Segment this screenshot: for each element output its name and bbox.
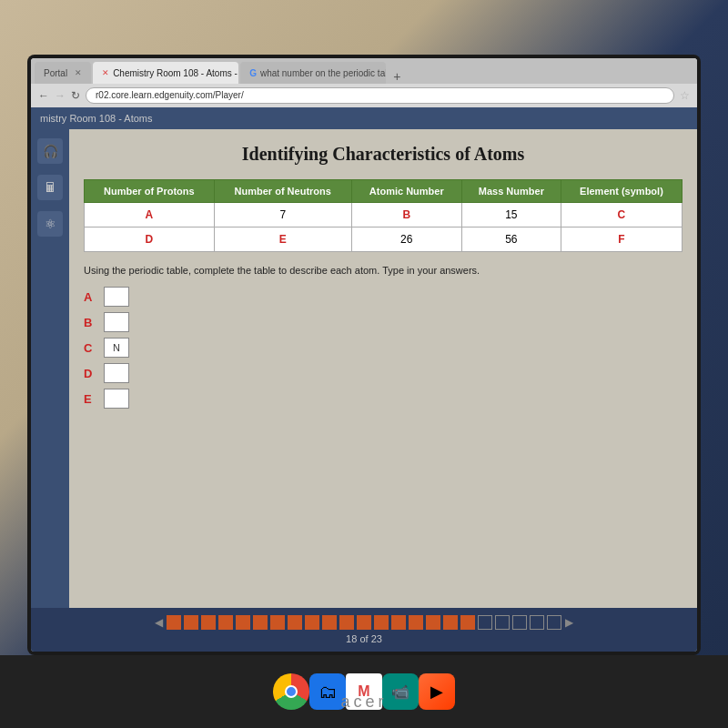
answer-input-a[interactable] xyxy=(104,287,129,307)
tab-google-g-icon: G xyxy=(249,68,257,78)
progress-square[interactable] xyxy=(512,615,527,630)
row2-atomic: 26 xyxy=(351,228,461,252)
progress-square[interactable] xyxy=(547,615,561,630)
tab-chemistry-x-icon: ✕ xyxy=(102,68,109,77)
new-tab-button[interactable]: + xyxy=(388,69,406,84)
page-content: mistry Room 108 - Atoms 🎧 🖩 ⚛ Identifyin… xyxy=(31,107,697,652)
answer-row-b: B xyxy=(84,312,682,332)
answer-label-b: B xyxy=(84,316,96,329)
answer-row-e: E xyxy=(84,389,682,409)
row2-mass: 56 xyxy=(461,228,561,252)
back-icon[interactable]: ← xyxy=(38,89,49,102)
row2-element: F xyxy=(561,228,682,252)
answer-row-a: A xyxy=(84,287,682,307)
row1-element: C xyxy=(561,203,682,228)
answer-label-d: D xyxy=(84,367,96,380)
row1-protons: A xyxy=(85,203,215,228)
progress-area: ◀ xyxy=(31,608,697,652)
progress-next-button[interactable]: ▶ xyxy=(565,616,573,629)
answer-input-b[interactable] xyxy=(104,312,129,332)
breadcrumb: mistry Room 108 - Atoms xyxy=(40,113,152,124)
row2-neutrons: E xyxy=(214,228,351,252)
row2-protons: D xyxy=(85,228,215,252)
taskbar-meet-icon[interactable]: 📹 xyxy=(382,673,419,710)
sidebar-headphone-icon[interactable]: 🎧 xyxy=(37,138,63,164)
tab-google[interactable]: G what number on the periodic tab ✕ xyxy=(240,62,386,84)
atoms-table: Number of Protons Number of Neutrons Ato… xyxy=(84,179,682,252)
progress-label: 18 of 23 xyxy=(38,633,690,644)
answer-label-c: C xyxy=(84,341,96,355)
tab-chemistry-label: Chemistry Room 108 - Atoms - E xyxy=(113,68,238,78)
col-protons: Number of Protons xyxy=(85,180,215,203)
tab-portal[interactable]: Portal ✕ xyxy=(35,62,91,84)
taskbar-files-icon[interactable]: 🗂 xyxy=(309,673,346,710)
browser-chrome: Portal ✕ ✕ Chemistry Room 108 - Atoms - … xyxy=(31,58,697,107)
bookmark-icon[interactable]: ☆ xyxy=(680,89,690,102)
reload-icon[interactable]: ↻ xyxy=(71,89,80,102)
taskbar-gmail-icon[interactable]: M xyxy=(346,673,382,710)
progress-square[interactable] xyxy=(184,615,198,630)
progress-square[interactable] xyxy=(426,615,440,630)
progress-prev-button[interactable]: ◀ xyxy=(155,616,163,629)
tab-chemistry[interactable]: ✕ Chemistry Room 108 - Atoms - E ✕ xyxy=(93,62,238,84)
answer-label-e: E xyxy=(84,392,96,406)
tab-google-label: what number on the periodic tab xyxy=(260,68,386,78)
forward-icon[interactable]: → xyxy=(55,89,66,102)
answer-input-d[interactable] xyxy=(104,363,129,383)
progress-square[interactable] xyxy=(495,615,510,630)
answer-input-e[interactable] xyxy=(104,389,129,409)
answer-row-c: C xyxy=(84,338,682,358)
progress-square[interactable] xyxy=(305,615,319,630)
progress-square[interactable] xyxy=(288,615,302,630)
taskbar-play-icon[interactable]: ▶ xyxy=(419,673,455,710)
edgenuity-topbar: mistry Room 108 - Atoms xyxy=(31,107,697,129)
progress-square[interactable] xyxy=(478,615,492,630)
col-atomic: Atomic Number xyxy=(351,180,461,203)
answer-row-d: D xyxy=(84,363,682,383)
progress-square-current[interactable] xyxy=(460,615,475,630)
col-element: Element (symbol) xyxy=(561,180,682,203)
chrome-inner-icon xyxy=(285,685,298,698)
progress-bar-container: ◀ xyxy=(38,615,690,630)
row1-atomic: B xyxy=(351,203,461,228)
laptop-bottom-bezel: 🗂 M 📹 ▶ xyxy=(0,655,728,728)
col-mass: Mass Number xyxy=(461,180,561,203)
progress-square[interactable] xyxy=(167,615,181,630)
progress-square[interactable] xyxy=(236,615,250,630)
lesson-title: Identifying Characteristics of Atoms xyxy=(84,144,682,165)
main-panel: Identifying Characteristics of Atoms Num… xyxy=(69,129,697,608)
table-row: D E 26 56 F xyxy=(85,228,682,252)
progress-squares xyxy=(167,615,561,630)
row1-neutrons: 7 xyxy=(214,203,351,228)
answer-input-c[interactable] xyxy=(104,338,129,358)
sidebar-calculator-icon[interactable]: 🖩 xyxy=(37,175,63,200)
progress-square[interactable] xyxy=(201,615,216,630)
address-input[interactable]: r02.core.learn.edgenuity.com/Player/ xyxy=(86,87,674,104)
laptop-screen: Portal ✕ ✕ Chemistry Room 108 - Atoms - … xyxy=(31,58,697,652)
table-row: A 7 B 15 C xyxy=(85,203,682,228)
progress-square[interactable] xyxy=(409,615,423,630)
content-area: 🎧 🖩 ⚛ Identifying Characteristics of Ato… xyxy=(31,129,697,608)
taskbar-chrome-icon[interactable] xyxy=(273,673,309,710)
progress-square[interactable] xyxy=(391,615,406,630)
left-sidebar: 🎧 🖩 ⚛ xyxy=(31,129,69,608)
col-neutrons: Number of Neutrons xyxy=(214,180,351,203)
progress-square[interactable] xyxy=(339,615,354,630)
answer-label-a: A xyxy=(84,290,96,304)
tab-portal-close[interactable]: ✕ xyxy=(75,68,82,77)
tab-bar: Portal ✕ ✕ Chemistry Room 108 - Atoms - … xyxy=(31,58,697,84)
progress-square[interactable] xyxy=(253,615,268,630)
progress-square[interactable] xyxy=(357,615,371,630)
address-bar: ← → ↻ r02.core.learn.edgenuity.com/Playe… xyxy=(31,84,697,107)
laptop-body: Portal ✕ ✕ Chemistry Room 108 - Atoms - … xyxy=(27,55,701,655)
progress-square[interactable] xyxy=(530,615,544,630)
instructions-text: Using the periodic table, complete the t… xyxy=(84,265,682,276)
progress-square[interactable] xyxy=(270,615,285,630)
row1-mass: 15 xyxy=(461,203,561,228)
progress-square[interactable] xyxy=(374,615,389,630)
progress-square[interactable] xyxy=(443,615,458,630)
tab-portal-label: Portal xyxy=(44,68,67,78)
sidebar-atom-icon[interactable]: ⚛ xyxy=(37,211,63,237)
progress-square[interactable] xyxy=(322,615,337,630)
progress-square[interactable] xyxy=(218,615,233,630)
